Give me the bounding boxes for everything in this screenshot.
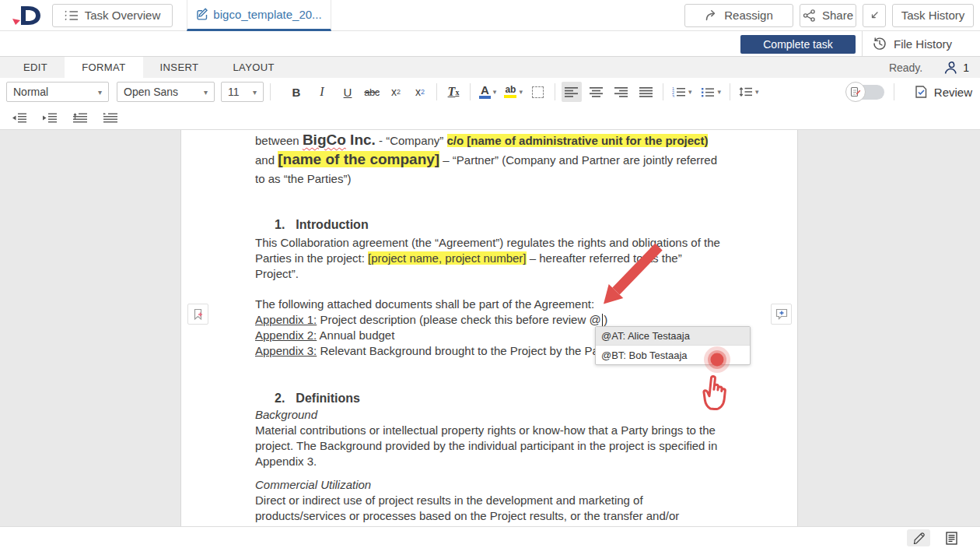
online-users-count: 1	[963, 61, 969, 74]
file-history-label: File History	[894, 37, 952, 51]
mention-option-label: @AT: Alice Testaaja	[601, 330, 690, 342]
clear-format-t: T	[448, 85, 456, 99]
borders-button[interactable]	[528, 82, 548, 102]
highlight-icon: ab	[504, 86, 516, 98]
paragraph-style-select[interactable]: Normal ▾	[6, 82, 109, 102]
mention-option-bob[interactable]: @BT: Bob Testaaja	[596, 346, 750, 364]
reassign-label: Reassign	[724, 9, 773, 22]
font-color-button[interactable]: A ▾	[477, 82, 499, 102]
edit-mode-button[interactable]	[907, 529, 930, 546]
bullet-list-button[interactable]: ▾	[698, 82, 723, 102]
align-justify-button[interactable]	[636, 82, 656, 102]
outdent-button[interactable]	[9, 107, 30, 128]
bottom-bar	[0, 526, 980, 548]
highlight-color-button[interactable]: ab ▾	[502, 82, 525, 102]
heading-introduction: 1.Introduction	[255, 216, 723, 234]
paragraph-agreement: This Collaboration agreement (the “Agree…	[255, 235, 723, 282]
clear-formatting-button[interactable]: Tx	[443, 82, 464, 102]
task-list-icon	[65, 10, 79, 21]
document-tab-label: bigco_template_20...	[213, 8, 321, 21]
strikethrough-button[interactable]: abc	[362, 82, 382, 102]
pencil-icon	[912, 532, 925, 544]
top-bar-actions: Reassign Share Task His	[684, 4, 974, 27]
toggle-knob	[845, 82, 866, 102]
align-right-icon	[614, 87, 628, 97]
tab-layout[interactable]: LAYOUT	[215, 57, 291, 78]
chevron-down-icon: ▾	[204, 88, 208, 97]
font-size-select[interactable]: 11 ▾	[221, 82, 264, 102]
numbered-list-button[interactable]: 123 ▾	[670, 82, 695, 102]
complete-task-button[interactable]: Complete task	[740, 35, 856, 54]
review-label: Review	[934, 86, 972, 99]
align-justify-icon	[639, 87, 653, 97]
share-network-icon	[803, 9, 816, 22]
font-family-value: Open Sans	[124, 86, 199, 98]
logo-d-icon	[9, 4, 44, 27]
numbered-list-icon: 123	[672, 86, 686, 97]
align-right-button[interactable]	[611, 82, 632, 102]
paragraph-parties: between BigCo Inc. - “Company” c/o [name…	[255, 131, 723, 188]
italic-button[interactable]: I	[312, 82, 332, 102]
reassign-arrow-icon	[705, 9, 718, 22]
app-logo[interactable]	[9, 4, 45, 27]
bold-button[interactable]: B	[286, 82, 306, 102]
superscript-2: 2	[397, 88, 401, 96]
align-left-button[interactable]	[562, 82, 582, 102]
mention-dropdown: @AT: Alice Testaaja @BT: Bob Testaaja	[595, 326, 751, 365]
review-check-icon	[915, 85, 928, 99]
task-overview-button[interactable]: Task Overview	[52, 4, 173, 27]
chevron-down-icon: ▾	[519, 88, 523, 96]
mention-option-alice[interactable]: @AT: Alice Testaaja	[596, 327, 750, 346]
ribbon-status: Ready. 1	[889, 57, 969, 78]
top-bar: Task Overview bigco_template_20... Reas	[0, 0, 980, 31]
collapse-panel-button[interactable]	[863, 4, 886, 27]
superscript-button[interactable]: x2	[386, 82, 406, 102]
file-history-button[interactable]: File History	[873, 31, 952, 56]
content-view-button[interactable]	[940, 529, 963, 546]
add-comment-button[interactable]	[771, 304, 792, 325]
indent-button[interactable]	[40, 107, 60, 128]
align-center-button[interactable]	[586, 82, 607, 102]
chevron-down-icon: ▾	[688, 88, 692, 96]
tab-edit-label: EDIT	[23, 61, 47, 73]
heading-number: 2.	[275, 392, 285, 405]
track-changes-toggle[interactable]	[845, 82, 884, 102]
status-text: Ready.	[889, 61, 922, 74]
chevron-down-icon: ▾	[493, 88, 497, 96]
align-left-icon	[565, 87, 579, 97]
reassign-button[interactable]: Reassign	[684, 4, 793, 27]
share-button[interactable]: Share	[800, 4, 856, 27]
bullet-list-icon	[701, 86, 715, 97]
first-line-indent-button[interactable]	[100, 107, 121, 128]
task-history-button[interactable]: Task History	[892, 4, 974, 27]
comment-add-icon	[775, 308, 788, 320]
line-spacing-button[interactable]: ▾	[737, 82, 761, 102]
review-button[interactable]: Review	[915, 85, 972, 99]
first-line-indent-icon	[103, 113, 118, 123]
subscript-button[interactable]: x2	[410, 82, 430, 102]
chevron-down-icon: ▾	[717, 88, 721, 96]
formatting-toolbar: Normal ▾ Open Sans ▾ 11 ▾ B I U abc x2 x…	[0, 78, 980, 106]
bookmark-add-icon	[193, 308, 204, 321]
share-label: Share	[822, 9, 853, 22]
underline-button[interactable]: U	[338, 82, 358, 102]
clear-format-x: x	[455, 88, 459, 97]
task-overview-label: Task Overview	[85, 9, 161, 22]
heading-number: 1.	[275, 218, 285, 231]
tab-edit[interactable]: EDIT	[6, 57, 65, 78]
online-users-badge[interactable]: 1	[943, 61, 969, 75]
text-document-icon	[946, 532, 957, 545]
paragraph-spacing-icon	[73, 113, 88, 123]
chevron-down-icon: ▾	[755, 88, 759, 96]
font-family-select[interactable]: Open Sans ▾	[117, 82, 215, 102]
add-bookmark-button[interactable]	[187, 304, 208, 325]
document-tab[interactable]: bigco_template_20...	[187, 0, 331, 31]
subscript-x: x	[415, 86, 421, 98]
definition-term-commercial: Commercial Utilization	[255, 477, 723, 493]
tab-insert[interactable]: INSERT	[143, 57, 216, 78]
ribbon-tab-bar: EDIT FORMAT INSERT LAYOUT Ready. 1	[0, 57, 980, 78]
tab-format[interactable]: FORMAT	[65, 57, 142, 78]
action-bar-divider	[862, 31, 863, 56]
font-color-icon: A	[479, 85, 491, 99]
paragraph-spacing-button[interactable]	[70, 107, 90, 128]
